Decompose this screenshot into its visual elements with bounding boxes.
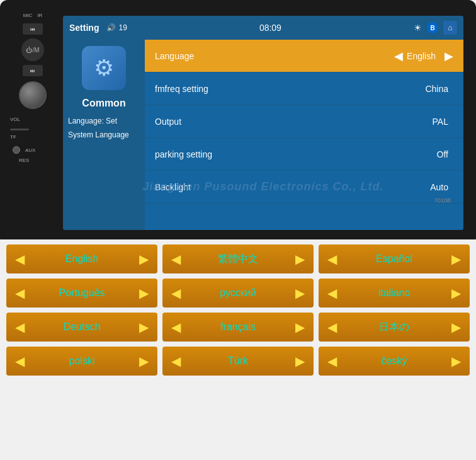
backlight-value: Auto xyxy=(430,182,448,192)
output-value: PAL xyxy=(433,117,448,127)
left-panel: MIC IR ⏮ ⏻/M ⏭ VOL TF AUX RES xyxy=(8,13,58,233)
lang-arrow-right-3[interactable]: ▶ xyxy=(139,285,149,301)
main-screen: Setting 🔊 19 08:09 ☀ B ⌂ ⚙ xyxy=(63,16,463,230)
lang-arrow-right-5[interactable]: ▶ xyxy=(451,285,461,301)
lang-item-русский[interactable]: ◀русский▶ xyxy=(162,279,314,308)
lang-arrow-left-6[interactable]: ◀ xyxy=(15,319,25,335)
screen-content: Language ◀ English ▶ fmfreq setting Chin… xyxy=(145,40,463,230)
lang-arrow-left-8[interactable]: ◀ xyxy=(327,319,337,335)
lang-item-English[interactable]: ◀English▶ xyxy=(6,244,157,273)
lang-name-0: English xyxy=(25,253,139,265)
aux-jack xyxy=(13,146,20,154)
lang-item-日本の[interactable]: ◀日本の▶ xyxy=(319,313,470,342)
lang-item-italiano[interactable]: ◀italiano▶ xyxy=(319,279,470,308)
lang-arrow-left-1[interactable]: ◀ xyxy=(171,251,181,267)
fmfreq-row[interactable]: fmfreq setting China xyxy=(145,72,463,105)
clock-display: 08:09 xyxy=(135,23,406,33)
lang-item-český[interactable]: ◀český▶ xyxy=(319,347,470,376)
lang-arrow-right-10[interactable]: ▶ xyxy=(295,354,305,369)
screen-header: Setting 🔊 19 08:09 ☀ B ⌂ xyxy=(63,16,463,40)
volume-indicator: 🔊 19 xyxy=(106,23,127,32)
lang-name-3: Português xyxy=(25,287,139,299)
output-row[interactable]: Output PAL xyxy=(145,105,463,138)
header-icons: ☀ B ⌂ xyxy=(414,21,457,35)
lang-name-8: 日本の xyxy=(337,321,451,334)
fmfreq-value: China xyxy=(425,84,448,94)
tf-label: TF xyxy=(10,134,16,140)
language-row[interactable]: Language ◀ English ▶ xyxy=(145,40,463,72)
language-label: Language xyxy=(155,51,394,61)
lang-name-1: 繁體中文 xyxy=(181,253,295,266)
system-language-menu-item[interactable]: System Language xyxy=(68,129,140,141)
parking-label: parking setting xyxy=(155,149,437,159)
car-unit: MIC IR ⏮ ⏻/M ⏭ VOL TF AUX RES Setting 🔊 xyxy=(0,0,476,246)
lang-arrow-right-6[interactable]: ▶ xyxy=(139,319,149,335)
lang-item-繁體中文[interactable]: ◀繁體中文▶ xyxy=(162,244,314,273)
lang-arrow-right-4[interactable]: ▶ xyxy=(295,285,305,301)
bluetooth-icon: B xyxy=(427,22,438,33)
lang-item-Türk[interactable]: ◀Türk▶ xyxy=(162,347,314,376)
next-button[interactable]: ⏭ xyxy=(23,65,43,76)
lang-name-5: italiano xyxy=(337,287,451,299)
volume-value: 19 xyxy=(118,23,127,32)
lang-arrow-right-9[interactable]: ▶ xyxy=(139,354,149,369)
lang-arrow-right-11[interactable]: ▶ xyxy=(451,354,461,369)
volume-icon: 🔊 xyxy=(106,23,116,32)
lang-arrow-right-8[interactable]: ▶ xyxy=(451,319,461,335)
common-label: Common xyxy=(68,98,140,109)
vol-label: VOL xyxy=(10,117,20,122)
home-button[interactable]: ⌂ xyxy=(443,21,457,35)
lang-arrow-left-11[interactable]: ◀ xyxy=(327,354,337,369)
volume-knob[interactable] xyxy=(19,81,47,109)
parking-value: Off xyxy=(437,149,448,159)
lang-arrow-right-7[interactable]: ▶ xyxy=(295,319,305,335)
lang-arrow-right-2[interactable]: ▶ xyxy=(451,251,461,267)
arrow-right-language[interactable]: ▶ xyxy=(445,49,453,63)
lang-arrow-left-0[interactable]: ◀ xyxy=(15,251,25,267)
lang-name-6: Deutsch xyxy=(25,321,139,333)
ir-label: IR xyxy=(37,13,42,18)
lang-item-Português[interactable]: ◀Português▶ xyxy=(6,279,157,308)
screen-body: ⚙ Common Language: Set System Language L… xyxy=(63,40,463,230)
lang-name-10: Türk xyxy=(181,355,295,367)
lang-arrow-left-5[interactable]: ◀ xyxy=(327,285,337,301)
lang-arrow-left-9[interactable]: ◀ xyxy=(15,354,25,369)
aux-label: AUX xyxy=(25,147,35,153)
lang-item-Deutsch[interactable]: ◀Deutsch▶ xyxy=(6,313,157,342)
screen-sidebar: ⚙ Common Language: Set System Language xyxy=(63,40,145,230)
lang-arrow-left-10[interactable]: ◀ xyxy=(171,354,181,369)
lang-item-polski[interactable]: ◀polski▶ xyxy=(6,347,157,376)
fmfreq-label: fmfreq setting xyxy=(155,84,425,94)
lang-name-9: polski xyxy=(25,355,139,367)
lang-name-7: français xyxy=(181,321,295,333)
sun-icon: ☀ xyxy=(414,23,422,33)
language-value: English xyxy=(407,51,436,61)
tf-slot xyxy=(10,129,29,130)
lang-name-2: Español xyxy=(337,253,451,265)
lang-name-4: русский xyxy=(181,287,295,299)
prev-button[interactable]: ⏮ xyxy=(23,23,43,35)
lang-arrow-right-1[interactable]: ▶ xyxy=(295,251,305,267)
lang-arrow-right-0[interactable]: ▶ xyxy=(139,251,149,267)
output-label: Output xyxy=(155,117,433,127)
parking-row[interactable]: parking setting Off xyxy=(145,138,463,171)
backlight-row[interactable]: Backlight Auto xyxy=(145,171,463,204)
lang-item-Español[interactable]: ◀Español▶ xyxy=(319,244,470,273)
arrow-left-language[interactable]: ◀ xyxy=(394,49,403,63)
model-badge: 7010B xyxy=(434,197,451,204)
res-label: RES xyxy=(19,158,29,163)
power-button[interactable]: ⏻/M xyxy=(21,38,44,61)
gear-icon: ⚙ xyxy=(94,55,114,81)
lang-arrow-left-7[interactable]: ◀ xyxy=(171,319,181,335)
lang-name-11: český xyxy=(337,355,451,367)
mic-label: MIC xyxy=(23,13,33,18)
setting-title: Setting xyxy=(69,23,99,33)
lang-arrow-left-3[interactable]: ◀ xyxy=(15,285,25,301)
lang-item-français[interactable]: ◀français▶ xyxy=(162,313,314,342)
language-set-menu-item[interactable]: Language: Set xyxy=(68,115,140,127)
settings-icon-box: ⚙ xyxy=(82,46,126,90)
lang-arrow-left-2[interactable]: ◀ xyxy=(327,251,337,267)
language-grid: ◀English▶◀繁體中文▶◀Español▶◀Português▶◀русс… xyxy=(0,239,476,381)
lang-arrow-left-4[interactable]: ◀ xyxy=(171,285,181,301)
backlight-label: Backlight xyxy=(155,182,430,192)
